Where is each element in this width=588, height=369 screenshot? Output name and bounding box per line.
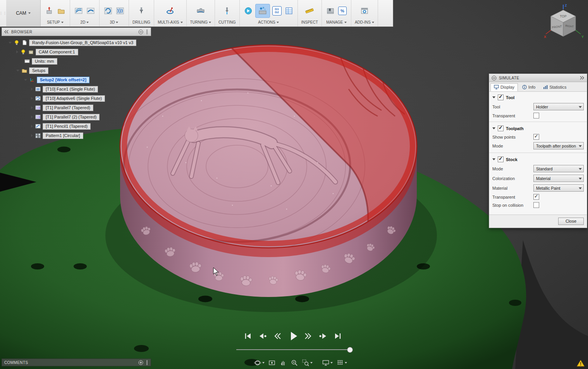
colorization-dropdown[interactable]: Material bbox=[533, 175, 584, 182]
circle-minus-icon[interactable] bbox=[492, 76, 497, 81]
new-folder-icon[interactable] bbox=[56, 6, 66, 16]
stock-section-checkbox[interactable] bbox=[498, 156, 504, 162]
collapse-left-icon[interactable] bbox=[4, 30, 9, 34]
lightbulb-icon[interactable] bbox=[14, 40, 19, 46]
nc-program-icon[interactable]: G1G2 bbox=[272, 6, 282, 16]
lightbulb-icon[interactable] bbox=[20, 49, 26, 55]
feeds-speeds-icon[interactable]: % bbox=[337, 6, 347, 16]
material-dropdown[interactable]: Metallic Paint bbox=[533, 184, 584, 192]
skip-to-end-button[interactable] bbox=[332, 330, 344, 342]
zoom-button[interactable] bbox=[289, 359, 299, 367]
browser-item-units[interactable]: Units: mm bbox=[32, 58, 57, 65]
2d-contour-icon[interactable] bbox=[86, 6, 96, 16]
slider-track[interactable] bbox=[236, 349, 352, 350]
adaptive-clearing-icon[interactable] bbox=[103, 6, 113, 16]
ribbon-group-actions-label[interactable]: ACTIONS bbox=[258, 19, 279, 25]
simulate-icon[interactable] bbox=[255, 4, 270, 18]
slider-handle[interactable] bbox=[347, 347, 353, 353]
ribbon-group-multi-axis-label[interactable]: MULTI-AXIS bbox=[158, 19, 182, 25]
browser-item-face1[interactable]: [T10] Face1 (Single Flute) bbox=[43, 86, 98, 93]
browser-item-pattern1[interactable]: Pattern1 [Circular] bbox=[43, 132, 83, 139]
play-button[interactable] bbox=[287, 330, 299, 342]
circle-minus-icon[interactable] bbox=[138, 29, 143, 34]
dock-right-icon[interactable] bbox=[579, 76, 585, 80]
ribbon-group-add-ins-label[interactable]: ADD-INS bbox=[355, 19, 374, 25]
ribbon-group-2d-label[interactable]: 2D bbox=[81, 19, 89, 25]
rewind-button[interactable] bbox=[272, 330, 284, 342]
tool-section-checkbox[interactable] bbox=[498, 94, 504, 100]
fast-forward-button[interactable] bbox=[302, 330, 314, 342]
look-at-button[interactable] bbox=[267, 359, 277, 367]
browser-item-cam-component[interactable]: CAM Component:1 bbox=[36, 49, 78, 55]
browser-item-document[interactable]: Randy-Fusion-User-Group_B_QMSoap01a v10 … bbox=[29, 39, 136, 46]
new-setup-icon[interactable] bbox=[44, 6, 54, 16]
stock-mode-dropdown[interactable]: Standard bbox=[533, 165, 584, 172]
expand-toggle[interactable] bbox=[31, 125, 33, 128]
expand-toggle[interactable] bbox=[24, 79, 27, 81]
show-points-checkbox[interactable] bbox=[533, 134, 539, 140]
expand-toggle[interactable] bbox=[16, 50, 18, 53]
stop-on-collision-checkbox[interactable] bbox=[533, 202, 539, 208]
ribbon-group-setup-label[interactable]: SETUP bbox=[47, 19, 63, 25]
parallel-icon[interactable] bbox=[115, 6, 125, 16]
browser-item-adaptive6[interactable]: [T10] Adaptive6 (Single Flute) bbox=[43, 95, 105, 102]
expand-toggle[interactable] bbox=[31, 97, 33, 100]
toolpath-section-checkbox[interactable] bbox=[498, 125, 504, 131]
2d-pocket-icon[interactable] bbox=[74, 6, 84, 16]
ribbon-group-drilling-label[interactable]: DRILLING bbox=[132, 19, 150, 25]
ribbon-group-3d-label[interactable]: 3D bbox=[110, 19, 119, 25]
toolbar-grip[interactable]: ⋮⋮ bbox=[0, 0, 6, 26]
zoom-window-button[interactable] bbox=[301, 359, 314, 367]
expand-toggle[interactable] bbox=[31, 115, 33, 118]
tool-library-icon[interactable] bbox=[325, 6, 335, 16]
expand-toggle[interactable] bbox=[31, 88, 33, 91]
setup-sheet-icon[interactable] bbox=[284, 6, 294, 16]
display-settings-button[interactable] bbox=[321, 359, 334, 367]
ribbon-group-turning-label[interactable]: TURNING bbox=[190, 19, 211, 25]
browser-item-parallel7[interactable]: [T1] Parallel7 (Tapered) bbox=[43, 105, 93, 111]
section-stock[interactable]: Stock bbox=[489, 154, 587, 164]
section-toolpath[interactable]: Toolpath bbox=[489, 123, 587, 133]
expand-toggle[interactable] bbox=[31, 106, 33, 109]
turning-icon[interactable] bbox=[196, 6, 206, 16]
expand-toggle[interactable] bbox=[31, 134, 33, 137]
tool-dropdown[interactable]: Holder bbox=[533, 103, 584, 110]
workspace-switcher[interactable]: CAM bbox=[6, 0, 41, 26]
orbit-button[interactable] bbox=[253, 359, 266, 367]
tool-transparent-checkbox[interactable] bbox=[533, 113, 539, 118]
expand-toggle[interactable] bbox=[9, 42, 12, 44]
simulation-timeline-slider[interactable] bbox=[236, 346, 352, 353]
post-process-icon[interactable] bbox=[243, 6, 253, 16]
browser-item-pencil1[interactable]: [T1] Pencil1 (Tapered) bbox=[43, 123, 91, 130]
previous-operation-button[interactable] bbox=[257, 330, 268, 342]
circle-plus-icon[interactable] bbox=[138, 360, 143, 365]
toolpath-mode-dropdown[interactable]: Toolpath after position bbox=[533, 142, 584, 149]
section-tool[interactable]: Tool bbox=[489, 92, 587, 102]
ribbon-group-inspect-label[interactable]: INSPECT bbox=[301, 19, 318, 25]
multi-axis-icon[interactable] bbox=[165, 6, 175, 16]
ribbon-group-manage-label[interactable]: MANAGE bbox=[326, 19, 346, 25]
browser-item-parallel7-2[interactable]: [T1] Parallel7 (2) (Tapered) bbox=[43, 114, 100, 120]
add-ins-icon[interactable] bbox=[359, 6, 370, 16]
skip-to-start-button[interactable] bbox=[242, 330, 253, 342]
measure-icon[interactable] bbox=[304, 6, 315, 16]
next-operation-button[interactable] bbox=[317, 330, 329, 342]
panel-resize-handle[interactable] bbox=[146, 360, 148, 365]
grid-settings-button[interactable] bbox=[335, 359, 348, 367]
ribbon-group-cutting-label[interactable]: CUTTING bbox=[218, 19, 236, 25]
tab-display[interactable]: Display bbox=[490, 83, 518, 91]
cutting-icon[interactable] bbox=[222, 6, 232, 16]
panel-resize-handle[interactable] bbox=[146, 29, 148, 34]
close-button[interactable]: Close bbox=[558, 218, 584, 225]
drilling-icon[interactable] bbox=[136, 6, 146, 16]
warning-icon[interactable]: ! bbox=[576, 359, 585, 367]
browser-item-setups[interactable]: Setups bbox=[29, 67, 48, 74]
comments-bar[interactable]: COMMENTS bbox=[2, 359, 151, 366]
expand-toggle[interactable] bbox=[16, 70, 19, 72]
tab-statistics[interactable]: Statistics bbox=[540, 83, 570, 91]
tab-info[interactable]: Info bbox=[519, 83, 539, 91]
pan-button[interactable] bbox=[278, 359, 288, 367]
view-cube[interactable]: Z TOP FRONT RIGHT X Y bbox=[542, 2, 586, 43]
browser-item-setup2[interactable]: Setup2 [Work offset=2] bbox=[37, 77, 89, 83]
stock-transparent-checkbox[interactable] bbox=[533, 194, 539, 200]
